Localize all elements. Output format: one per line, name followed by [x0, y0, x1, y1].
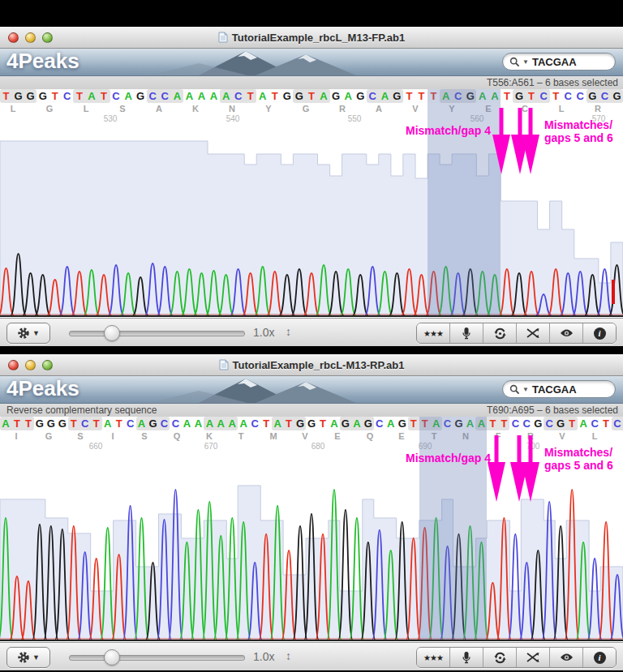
zoom-button[interactable]: [42, 32, 53, 43]
base-letter[interactable]: T: [403, 90, 415, 102]
quality-stars-button[interactable]: ★★★: [417, 323, 450, 343]
action-gear-button[interactable]: ▼: [6, 647, 50, 668]
base-letter[interactable]: T: [550, 90, 562, 102]
base-letter[interactable]: C: [538, 90, 550, 102]
base-letter[interactable]: A: [220, 90, 232, 102]
mismatch-arrows-button[interactable]: [517, 648, 550, 667]
base-letter[interactable]: C: [158, 417, 170, 430]
base-letter[interactable]: G: [555, 417, 566, 430]
base-letter[interactable]: A: [475, 417, 487, 430]
base-letter[interactable]: G: [397, 417, 408, 430]
base-letter[interactable]: T: [260, 417, 272, 430]
base-letter[interactable]: A: [488, 90, 501, 102]
base-letter[interactable]: T: [269, 90, 281, 102]
base-letter[interactable]: C: [509, 417, 521, 430]
base-letter[interactable]: A: [204, 417, 215, 430]
base-letter[interactable]: A: [238, 417, 249, 430]
close-button[interactable]: [8, 360, 19, 370]
base-letter[interactable]: C: [599, 90, 611, 102]
base-letter[interactable]: G: [135, 90, 147, 102]
search-scope-caret-icon[interactable]: ▼: [522, 386, 529, 393]
base-letter[interactable]: A: [385, 417, 397, 430]
base-letter[interactable]: A: [208, 90, 220, 102]
search-input-value[interactable]: TACGAA: [532, 383, 577, 396]
search-field[interactable]: ▼ TACGAA: [502, 380, 616, 398]
base-letter[interactable]: A: [578, 417, 589, 430]
base-letter[interactable]: T: [283, 417, 294, 430]
zoom-slider-track[interactable]: [69, 331, 245, 336]
base-letter[interactable]: T: [428, 90, 440, 102]
base-letter[interactable]: A: [0, 417, 11, 430]
base-letter[interactable]: C: [170, 417, 181, 430]
base-letter[interactable]: G: [330, 90, 342, 102]
base-letter[interactable]: G: [453, 417, 465, 430]
base-letter[interactable]: A: [342, 90, 354, 102]
base-letter[interactable]: T: [305, 90, 317, 102]
base-letter[interactable]: A: [192, 417, 204, 430]
base-letter[interactable]: G: [45, 417, 57, 430]
zoom-slider-thumb[interactable]: [104, 325, 120, 341]
base-letter[interactable]: C: [574, 90, 586, 102]
minimize-button[interactable]: [25, 32, 36, 43]
base-letter[interactable]: C: [147, 90, 159, 102]
base-letter[interactable]: G: [513, 90, 525, 102]
base-letter[interactable]: T: [566, 417, 578, 430]
base-letter[interactable]: T: [68, 417, 79, 430]
base-letter[interactable]: C: [374, 417, 385, 430]
base-letter[interactable]: C: [442, 417, 453, 430]
base-letter[interactable]: T: [487, 417, 498, 430]
base-letter[interactable]: A: [181, 417, 192, 430]
base-letter[interactable]: T: [408, 417, 419, 430]
base-letter[interactable]: G: [24, 90, 37, 102]
base-letter[interactable]: T: [0, 90, 12, 102]
zoom-stepper[interactable]: ↕: [286, 325, 291, 338]
base-letter[interactable]: A: [102, 417, 114, 430]
mismatch-arrows-button[interactable]: [517, 323, 550, 343]
base-letter[interactable]: C: [562, 90, 574, 102]
zoom-slider-track[interactable]: [69, 655, 245, 661]
base-letter[interactable]: A: [136, 417, 148, 430]
base-letter[interactable]: G: [532, 417, 544, 430]
base-letter[interactable]: A: [256, 90, 269, 102]
info-button[interactable]: i: [583, 323, 616, 343]
zoom-stepper[interactable]: ↕: [286, 649, 291, 662]
base-letter[interactable]: A: [215, 417, 226, 430]
base-letter[interactable]: T: [91, 417, 102, 430]
base-letter[interactable]: T: [49, 90, 61, 102]
base-letter[interactable]: C: [125, 417, 136, 430]
minimize-button[interactable]: [25, 360, 36, 370]
search-input-value[interactable]: TACGAA: [532, 56, 577, 68]
base-letter[interactable]: G: [586, 90, 599, 102]
base-letter[interactable]: T: [419, 417, 431, 430]
base-letter[interactable]: G: [293, 90, 305, 102]
reverse-complement-button[interactable]: [483, 323, 517, 343]
base-letter[interactable]: C: [521, 417, 532, 430]
base-letter[interactable]: T: [317, 417, 329, 430]
base-letter[interactable]: C: [452, 90, 464, 102]
base-letter[interactable]: A: [272, 417, 283, 430]
base-letter[interactable]: C: [367, 90, 379, 102]
base-letter[interactable]: A: [183, 90, 195, 102]
preview-eye-button[interactable]: [550, 648, 583, 667]
base-letter[interactable]: C: [544, 417, 555, 430]
base-call-sequence-row[interactable]: ATTGGGTCTATCAGCCAAAAAACTATGGTAGAGCAGTTAC…: [0, 417, 623, 430]
base-letter[interactable]: A: [85, 90, 97, 102]
base-letter[interactable]: C: [110, 90, 122, 102]
base-letter[interactable]: T: [501, 90, 513, 102]
base-letter[interactable]: G: [281, 90, 293, 102]
search-scope-caret-icon[interactable]: ▼: [522, 58, 529, 66]
base-letter[interactable]: T: [11, 417, 23, 430]
base-letter[interactable]: A: [440, 90, 452, 102]
close-button[interactable]: [8, 32, 19, 43]
base-letter[interactable]: T: [73, 90, 85, 102]
base-letter[interactable]: T: [600, 417, 612, 430]
base-letter[interactable]: G: [340, 417, 351, 430]
chromatogram-area[interactable]: [0, 457, 623, 642]
base-letter[interactable]: A: [329, 417, 340, 430]
base-letter[interactable]: A: [318, 90, 330, 102]
base-letter[interactable]: T: [415, 90, 428, 102]
base-letter[interactable]: T: [97, 90, 110, 102]
info-button[interactable]: i: [583, 648, 616, 667]
base-letter[interactable]: C: [589, 417, 600, 430]
base-letter[interactable]: A: [171, 90, 183, 102]
